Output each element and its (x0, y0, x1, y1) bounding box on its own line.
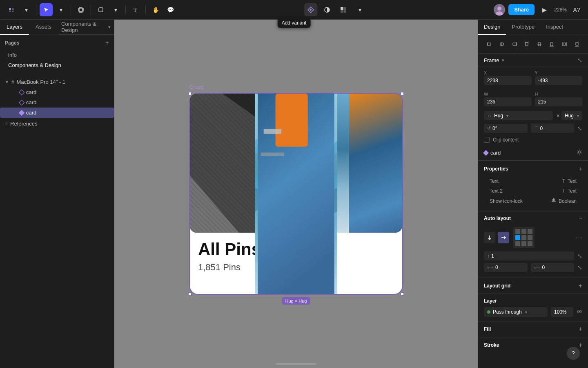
text-tool-button[interactable]: T (129, 3, 142, 16)
alignment-grid[interactable] (513, 227, 535, 248)
frame-resize-icon[interactable]: ⤡ (577, 57, 582, 63)
h-label: H (535, 92, 583, 96)
layer-item-card-3[interactable]: card (0, 108, 114, 118)
prop-row-text: Text T Text (484, 176, 582, 186)
layout-direction-right[interactable] (498, 232, 509, 243)
grid-cell-4-active (515, 235, 520, 240)
layout-direction-down[interactable] (484, 232, 495, 243)
help-button[interactable]: ? (567, 347, 580, 360)
layers-expand-button[interactable]: ▾ (353, 3, 366, 16)
expand-menu-button[interactable]: ▾ (20, 3, 33, 16)
components-design-tab[interactable]: Components & Design (61, 21, 107, 33)
gap-expand-button[interactable]: ⤡ (577, 253, 582, 259)
layer-references[interactable]: ≡ References (0, 119, 114, 129)
auto-layout-more-button[interactable]: ⋯ (576, 234, 582, 242)
svg-rect-28 (276, 94, 308, 147)
toolbar: ▾ ▾ ▾ (0, 0, 588, 20)
blend-mode-dropdown[interactable]: Pass through ▾ (484, 307, 548, 317)
a-button[interactable]: A? (570, 3, 583, 16)
add-variant-button[interactable] (304, 3, 317, 16)
add-stroke-button[interactable]: + (579, 341, 582, 349)
hug-x-field[interactable]: ↔ Hug ▾ (484, 111, 553, 120)
x-input[interactable] (484, 76, 532, 85)
align-center-h-button[interactable] (497, 38, 508, 50)
opacity-input[interactable] (554, 309, 568, 315)
w-input[interactable] (484, 97, 532, 106)
padding-expand-button[interactable]: ⤡ (577, 263, 582, 272)
panel-tabs: Layers Assets Components & Design ▾ (0, 20, 114, 35)
tab-inspect[interactable]: Inspect (540, 20, 569, 35)
layer-item-card-2[interactable]: card (0, 97, 114, 108)
frame-dropdown-arrow[interactable]: ▾ (502, 58, 504, 63)
svg-rect-0 (9, 8, 11, 10)
align-bottom-button[interactable] (546, 38, 557, 50)
shape-expand-button[interactable]: ▾ (109, 3, 122, 16)
macbook-layer-header[interactable]: ▼ # MacBook Pro 14" - 1 (0, 77, 114, 87)
prop-value-text: T Text (562, 178, 577, 184)
svg-rect-42 (550, 43, 553, 46)
tab-assets[interactable]: Assets (29, 20, 58, 35)
gap-icon: ↕ (487, 253, 490, 259)
auto-layout-controls: ⋯ ↕ ⤡ ⟺ ⟸ (478, 224, 588, 278)
svg-rect-4 (79, 8, 82, 11)
layer-item-card-1[interactable]: card (0, 87, 114, 97)
svg-point-19 (497, 7, 501, 11)
tab-layers[interactable]: Layers (0, 20, 29, 35)
share-button[interactable]: Share (508, 4, 535, 15)
align-top-button[interactable] (521, 38, 532, 50)
align-right-button[interactable] (509, 38, 520, 50)
zoom-level[interactable]: 228% (554, 7, 567, 13)
align-left-button[interactable] (484, 38, 495, 50)
hug-y-field[interactable]: Hug ▾ (561, 111, 582, 120)
rotation-field[interactable]: ↺ 0° (484, 124, 528, 133)
prop-type-icon-lock (551, 198, 556, 204)
padding-h-input[interactable] (495, 265, 508, 270)
layers-toggle-button[interactable] (337, 3, 350, 16)
prop-label-text2: Text 2 (490, 188, 503, 194)
opacity-field[interactable] (551, 307, 573, 317)
component-row: card (478, 145, 588, 161)
add-layout-grid-button[interactable]: + (579, 282, 582, 289)
play-button[interactable]: ▶ (538, 3, 551, 16)
canvas-scrollbar[interactable] (276, 363, 316, 365)
corner-field[interactable]: ⌒ 0 (531, 123, 575, 133)
toolbar-divider-2 (71, 5, 71, 15)
fill-section: Fill + (478, 321, 588, 337)
add-property-button[interactable]: + (579, 166, 582, 172)
main-menu-button[interactable] (5, 3, 18, 16)
scale-expand-button[interactable]: ⤡ (577, 125, 582, 132)
hand-tool-button[interactable]: ✋ (149, 3, 162, 16)
frame-header: Frame ▾ ⤡ (478, 54, 588, 67)
distribute-v-button[interactable] (571, 38, 582, 50)
gap-input[interactable] (491, 253, 508, 259)
select-expand-button[interactable]: ▾ (54, 3, 67, 16)
page-item-info[interactable]: info (5, 50, 109, 60)
rotation-row: ↺ 0° ⌒ 0 ⤡ (478, 122, 588, 135)
card-hug-label: Hug × Hug (282, 297, 310, 305)
canvas[interactable]: card (114, 20, 478, 368)
add-page-button[interactable]: + (105, 39, 109, 47)
h-input[interactable] (535, 97, 583, 106)
clip-content-checkbox[interactable] (484, 137, 490, 143)
add-fill-button[interactable]: + (579, 325, 582, 333)
component-settings-button[interactable] (577, 149, 582, 156)
y-input[interactable] (535, 76, 583, 85)
align-middle-button[interactable] (534, 38, 545, 50)
components-design-chevron: ▾ (108, 25, 111, 30)
comment-tool-button[interactable]: 💬 (164, 3, 177, 16)
tab-prototype[interactable]: Prototype (506, 20, 540, 35)
padding-v-input[interactable] (542, 265, 555, 270)
frame-tool-button[interactable] (74, 3, 87, 16)
tab-design[interactable]: Design (478, 20, 506, 35)
svg-rect-15 (341, 10, 343, 13)
layer-visibility-button[interactable] (577, 309, 582, 316)
page-item-components[interactable]: Components & Design (5, 60, 109, 70)
dark-mode-toggle[interactable] (321, 3, 334, 16)
remove-auto-layout-button[interactable]: − (579, 215, 582, 222)
shape-tool-button[interactable] (94, 3, 107, 16)
distribute-h-button[interactable] (559, 38, 570, 50)
clip-content-label: Clip content (493, 137, 519, 143)
select-tool-button[interactable] (40, 3, 53, 16)
card-frame[interactable]: All Pins 1,851 Pins (190, 94, 402, 294)
grid-cell-6 (528, 235, 532, 240)
